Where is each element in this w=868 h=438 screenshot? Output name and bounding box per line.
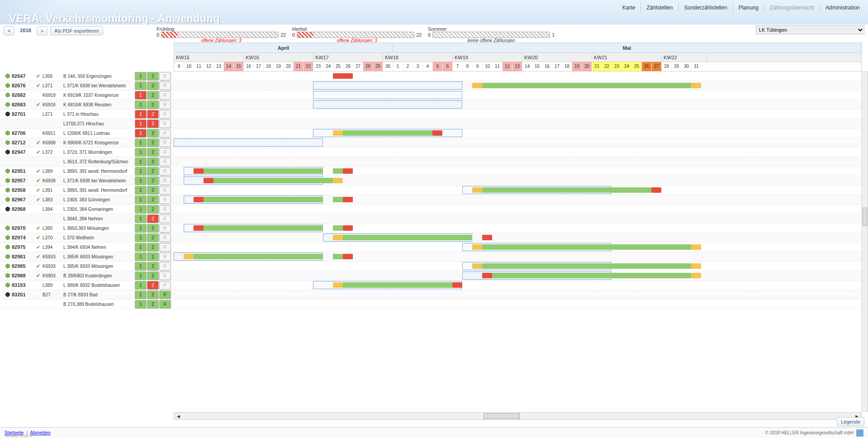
table-row[interactable]: 82706K6911L 1208/K 6911 Lustnau12F [0,129,862,138]
status-box-f[interactable]: F [159,186,171,195]
status-box-b2[interactable]: 2 [147,91,159,100]
table-row[interactable]: 82968L384L 230/L 384 Gomaringen12F [0,205,862,214]
status-box-f[interactable]: F [159,271,171,280]
gantt-bar[interactable] [482,273,492,278]
gantt-bar[interactable] [184,254,194,259]
status-box-f[interactable]: F [159,252,171,261]
year-prev-button[interactable]: < [4,26,14,35]
gantt-bar[interactable] [333,73,353,79]
status-box-b2[interactable]: 2 [147,195,159,204]
status-box-f[interactable]: F [159,195,171,204]
gantt-bar[interactable] [691,83,701,88]
gantt-bar[interactable] [691,263,701,269]
status-box-f[interactable]: F [159,243,171,252]
status-box-b1[interactable]: 1 [135,214,147,223]
gantt-bar[interactable] [432,130,442,136]
status-box-b1[interactable]: 1 [135,176,147,185]
status-box-b2[interactable]: 2 [147,176,159,185]
table-row[interactable]: 82988✔K6903B 28/6903 Kusterdingen12F [0,271,862,281]
gantt-bar[interactable] [492,273,691,278]
status-box-b2[interactable]: 2 [147,148,159,157]
status-box-f[interactable]: F [159,224,171,233]
horizontal-scrollbar[interactable]: ◄► [174,412,862,420]
status-box-f[interactable]: F [159,167,171,176]
table-row[interactable]: 82951✔L389L 389/L 391 westl. Hemmendorf1… [0,167,862,176]
vscroll-thumb[interactable] [863,208,867,226]
status-box-b1[interactable]: 1 [135,233,147,242]
status-box-b1[interactable]: 1 [135,167,147,176]
gantt-bar[interactable] [204,225,323,231]
gantt-bar[interactable] [691,244,701,250]
gantt-bar[interactable] [333,235,343,240]
table-row[interactable]: 82974✔L370L 370 Weilheim12F [0,233,862,243]
status-box-b2[interactable]: 2 [147,252,159,261]
gantt-bar[interactable] [333,130,343,136]
status-box-f[interactable]: F [159,148,171,157]
table-row[interactable]: B 27/L389 Bodelshausen12F [0,300,862,309]
status-box-b2[interactable]: 2 [147,224,159,233]
gantt-bar[interactable] [194,197,204,202]
status-box-b2[interactable]: 2 [147,129,159,138]
gantt-bar[interactable] [343,197,353,202]
table-row[interactable]: 82701L371L 371 in Hirschau12F [0,110,862,119]
status-box-b1[interactable]: 1 [135,119,147,128]
status-box-f[interactable]: F [159,91,171,100]
status-box-b2[interactable]: 2 [147,243,159,252]
vertical-scrollbar[interactable] [862,71,868,412]
status-box-b2[interactable]: 2 [147,262,159,271]
gantt-bar[interactable] [482,263,691,269]
season-summer-bar[interactable] [432,32,550,38]
status-box-f[interactable]: F [159,138,171,147]
status-box-b2[interactable]: 2 [147,100,159,109]
gantt-bar[interactable] [204,168,323,174]
status-box-f[interactable]: F [159,81,171,90]
table-row[interactable]: L 384/L 394 Nehren12F [0,214,862,224]
plan-frame[interactable] [313,81,462,90]
gantt-bar[interactable] [333,254,343,259]
gantt-bar[interactable] [333,168,343,174]
table-row[interactable]: 83193L389L 389/K 6932 Bodelshausen12F [0,281,862,290]
region-select[interactable]: LK Tübingen [756,25,864,34]
gantt-bar[interactable] [482,244,691,250]
status-box-b2[interactable]: 2 [147,281,159,290]
table-row[interactable]: 82682K6919K 6919/K 1037 Kreisgrenze12F [0,90,862,100]
table-row[interactable]: 83201B27B 27/K 6933 Bad12F [0,290,862,300]
status-box-b2[interactable]: 2 [147,157,159,166]
status-box-b1[interactable]: 1 [135,290,147,299]
status-box-b2[interactable]: 2 [147,119,159,128]
status-box-b1[interactable]: 1 [135,205,147,214]
gantt-bar[interactable] [333,197,343,202]
status-box-b2[interactable]: 2 [147,205,159,214]
status-box-b2[interactable]: 2 [147,72,159,81]
status-box-f[interactable]: F [159,72,171,81]
gantt-bar[interactable] [333,178,343,183]
gantt-bar[interactable] [343,282,452,288]
status-box-b2[interactable]: 2 [147,290,159,299]
status-box-f[interactable]: F [159,157,171,166]
status-box-b1[interactable]: 1 [135,252,147,261]
status-box-b1[interactable]: 1 [135,91,147,100]
gantt-bar[interactable] [472,263,482,269]
status-box-b1[interactable]: 1 [135,224,147,233]
gantt-bar[interactable] [343,235,472,240]
nav-uebersicht[interactable]: Zählungsübersicht [764,3,820,13]
gantt-bar[interactable] [343,168,353,174]
status-box-b1[interactable]: 1 [135,110,147,119]
table-row[interactable]: 82683✔K6916K 6916/K 6938 Reusten12F [0,100,862,110]
nav-sonder[interactable]: Sonderzählstellen [678,3,733,13]
status-box-b1[interactable]: 1 [135,81,147,90]
status-box-f[interactable]: F [159,100,171,109]
plan-frame[interactable] [174,138,323,147]
gantt-bar[interactable] [452,282,462,288]
status-box-f[interactable]: F [159,281,171,290]
gantt-bar[interactable] [343,225,353,231]
table-row[interactable]: 82958✔L391L 389/L 391 westl. Hemmendorf1… [0,186,862,195]
status-box-b1[interactable]: 1 [135,195,147,204]
table-row[interactable]: 82981✔K6933L 385/K 6933 Mössingen12F [0,252,862,262]
table-row[interactable]: 82985✔K6933L 385/K 6933 Mössingen12F [0,262,862,271]
plan-frame[interactable] [313,91,462,99]
status-box-f[interactable]: F [159,176,171,185]
status-box-b2[interactable]: 2 [147,167,159,176]
gantt-bar[interactable] [194,254,323,259]
table-row[interactable]: 82676✔L371L 371/K 6938 bei Wendelsheim12… [0,81,862,90]
